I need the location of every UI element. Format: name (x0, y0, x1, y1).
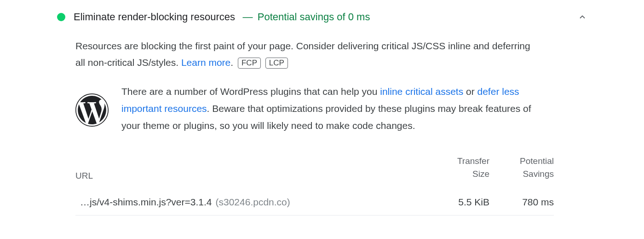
url-path: …js/v4-shims.min.js?ver=3.1.4 (80, 197, 212, 207)
stack-pack-mid: or (463, 86, 477, 97)
column-header-url: URL (75, 171, 425, 181)
metric-badge-fcp: FCP (238, 58, 261, 69)
column-header-transfer-l1: Transfer (425, 155, 489, 168)
stack-pack-text: There are a number of WordPress plugins … (121, 83, 535, 134)
table-header: URL Transfer Size Potential Savings (75, 155, 554, 187)
description-period: . (230, 57, 233, 68)
audit-title: Eliminate render-blocking resources (74, 11, 235, 23)
column-header-transfer: Transfer Size (425, 155, 489, 181)
column-header-transfer-l2: Size (425, 168, 489, 181)
audit-title-wrap: Eliminate render-blocking resources — Po… (74, 11, 370, 23)
audit-savings-separator: — (242, 11, 253, 23)
column-header-savings-l1: Potential (489, 155, 554, 168)
cell-url: …js/v4-shims.min.js?ver=3.1.4(s30246.pcd… (80, 197, 425, 208)
url-origin: (s30246.pcdn.co) (216, 197, 290, 207)
audit-savings-text: Potential savings of 0 ms (258, 11, 370, 23)
stack-pack-pre: There are a number of WordPress plugins … (121, 86, 380, 97)
audit-header[interactable]: Eliminate render-blocking resources — Po… (57, 11, 587, 23)
audit-description: Resources are blocking the first paint o… (75, 38, 531, 70)
audit-container: Eliminate render-blocking resources — Po… (0, 0, 644, 216)
inline-critical-assets-link[interactable]: inline critical assets (380, 86, 463, 97)
chevron-up-icon[interactable] (578, 12, 587, 22)
wordpress-icon (75, 93, 109, 127)
column-header-savings-l2: Savings (489, 168, 554, 181)
description-text: Resources are blocking the first paint o… (75, 41, 530, 68)
status-dot-pass-icon (57, 13, 65, 21)
cell-transfer-size: 5.5 KiB (425, 197, 489, 208)
stack-pack: There are a number of WordPress plugins … (75, 83, 535, 134)
cell-potential-savings: 780 ms (489, 197, 554, 208)
learn-more-link[interactable]: Learn more (181, 57, 230, 68)
table-row: …js/v4-shims.min.js?ver=3.1.4(s30246.pcd… (75, 187, 554, 216)
resources-table: URL Transfer Size Potential Savings …js/… (75, 155, 554, 216)
metric-badge-lcp: LCP (265, 58, 288, 69)
column-header-savings: Potential Savings (489, 155, 554, 181)
